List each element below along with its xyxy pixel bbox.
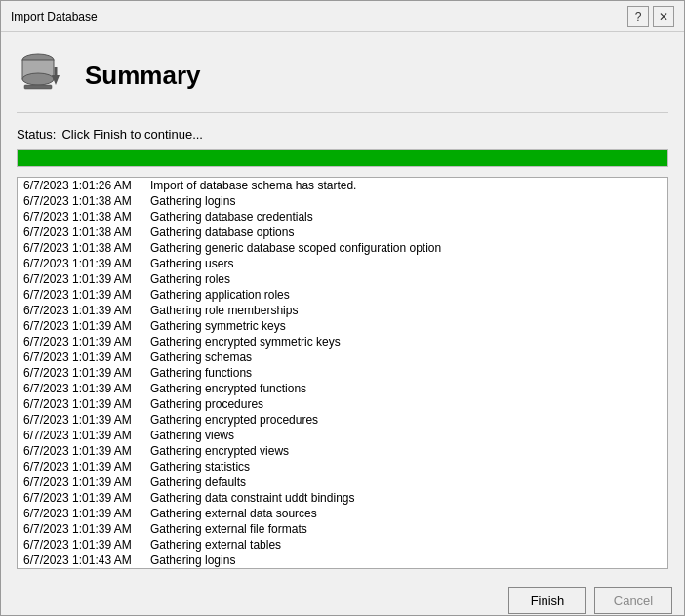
- dialog-content: Summary Status: Click Finish to continue…: [1, 32, 684, 577]
- log-message: Gathering logins: [144, 193, 667, 209]
- log-row: 6/7/2023 1:01:39 AMGathering encrypted p…: [18, 412, 667, 428]
- log-timestamp: 6/7/2023 1:01:39 AM: [18, 506, 144, 521]
- log-timestamp: 6/7/2023 1:01:39 AM: [18, 334, 144, 349]
- log-message: Gathering encrypted functions: [144, 381, 667, 396]
- log-message: Gathering statistics: [144, 459, 667, 474]
- cancel-button[interactable]: Cancel: [594, 587, 672, 614]
- log-table: 6/7/2023 1:01:26 AMImport of database sc…: [18, 178, 667, 568]
- log-message: Gathering external data sources: [144, 506, 667, 521]
- import-database-dialog: Import Database ? ✕: [0, 0, 685, 616]
- log-timestamp: 6/7/2023 1:01:39 AM: [18, 365, 144, 381]
- log-message: Gathering defaults: [144, 474, 667, 490]
- log-row: 6/7/2023 1:01:39 AMGathering functions: [18, 365, 667, 381]
- log-message: Gathering generic database scoped config…: [144, 240, 667, 256]
- help-button[interactable]: ?: [627, 6, 649, 27]
- log-message: Gathering logins: [144, 553, 667, 568]
- log-row: 6/7/2023 1:01:39 AMGathering users: [18, 256, 667, 271]
- status-label: Status:: [17, 127, 56, 142]
- page-title: Summary: [85, 61, 201, 91]
- log-container[interactable]: 6/7/2023 1:01:26 AMImport of database sc…: [17, 177, 668, 569]
- log-message: Import of database schema has started.: [144, 178, 667, 193]
- log-timestamp: 6/7/2023 1:01:39 AM: [18, 349, 144, 365]
- log-row: 6/7/2023 1:01:39 AMGathering schemas: [18, 349, 667, 365]
- status-text: Click Finish to continue...: [61, 127, 203, 142]
- header-icon: [17, 48, 71, 103]
- log-row: 6/7/2023 1:01:39 AMGathering encrypted v…: [18, 443, 667, 459]
- log-row: 6/7/2023 1:01:39 AMGathering data constr…: [18, 490, 667, 506]
- log-message: Gathering views: [144, 428, 667, 443]
- log-message: Gathering functions: [144, 365, 667, 381]
- log-row: 6/7/2023 1:01:39 AMGathering statistics: [18, 459, 667, 474]
- log-message: Gathering procedures: [144, 396, 667, 412]
- status-bar: Status: Click Finish to continue...: [17, 127, 668, 142]
- progress-bar-fill: [18, 150, 667, 166]
- log-row: 6/7/2023 1:01:39 AMGathering procedures: [18, 396, 667, 412]
- close-button[interactable]: ✕: [653, 6, 674, 27]
- log-row: 6/7/2023 1:01:39 AMGathering defaults: [18, 474, 667, 490]
- log-row: 6/7/2023 1:01:39 AMGathering external ta…: [18, 537, 667, 553]
- log-timestamp: 6/7/2023 1:01:39 AM: [18, 381, 144, 396]
- log-timestamp: 6/7/2023 1:01:38 AM: [18, 193, 144, 209]
- log-timestamp: 6/7/2023 1:01:39 AM: [18, 396, 144, 412]
- log-row: 6/7/2023 1:01:39 AMGathering encrypted f…: [18, 381, 667, 396]
- log-row: 6/7/2023 1:01:38 AMGathering database op…: [18, 225, 667, 240]
- log-timestamp: 6/7/2023 1:01:39 AM: [18, 256, 144, 271]
- log-row: 6/7/2023 1:01:43 AMGathering logins: [18, 553, 667, 568]
- log-row: 6/7/2023 1:01:39 AMGathering application…: [18, 287, 667, 303]
- svg-rect-5: [24, 85, 52, 89]
- log-message: Gathering schemas: [144, 349, 667, 365]
- footer: Finish Cancel: [1, 577, 684, 616]
- log-row: 6/7/2023 1:01:39 AMGathering symmetric k…: [18, 318, 667, 334]
- finish-button[interactable]: Finish: [508, 587, 586, 614]
- log-timestamp: 6/7/2023 1:01:39 AM: [18, 428, 144, 443]
- log-message: Gathering role memberships: [144, 303, 667, 318]
- log-message: Gathering application roles: [144, 287, 667, 303]
- log-timestamp: 6/7/2023 1:01:26 AM: [18, 178, 144, 193]
- log-row: 6/7/2023 1:01:39 AMGathering encrypted s…: [18, 334, 667, 349]
- log-message: Gathering external tables: [144, 537, 667, 553]
- log-timestamp: 6/7/2023 1:01:39 AM: [18, 474, 144, 490]
- log-row: 6/7/2023 1:01:26 AMImport of database sc…: [18, 178, 667, 193]
- log-timestamp: 6/7/2023 1:01:38 AM: [18, 240, 144, 256]
- log-message: Gathering encrypted views: [144, 443, 667, 459]
- log-message: Gathering database credentials: [144, 209, 667, 225]
- log-timestamp: 6/7/2023 1:01:39 AM: [18, 287, 144, 303]
- log-message: Gathering data constraint uddt bindings: [144, 490, 667, 506]
- log-message: Gathering symmetric keys: [144, 318, 667, 334]
- log-message: Gathering database options: [144, 225, 667, 240]
- log-message: Gathering users: [144, 256, 667, 271]
- header-section: Summary: [17, 48, 668, 113]
- log-timestamp: 6/7/2023 1:01:39 AM: [18, 443, 144, 459]
- log-timestamp: 6/7/2023 1:01:39 AM: [18, 318, 144, 334]
- log-message: Gathering roles: [144, 271, 667, 287]
- log-message: Gathering external file formats: [144, 521, 667, 537]
- log-row: 6/7/2023 1:01:39 AMGathering roles: [18, 271, 667, 287]
- log-row: 6/7/2023 1:01:39 AMGathering role member…: [18, 303, 667, 318]
- log-timestamp: 6/7/2023 1:01:39 AM: [18, 459, 144, 474]
- dialog-title: Import Database: [11, 10, 98, 23]
- log-timestamp: 6/7/2023 1:01:39 AM: [18, 412, 144, 428]
- log-timestamp: 6/7/2023 1:01:39 AM: [18, 303, 144, 318]
- log-row: 6/7/2023 1:01:38 AMGathering logins: [18, 193, 667, 209]
- log-message: Gathering encrypted procedures: [144, 412, 667, 428]
- log-timestamp: 6/7/2023 1:01:39 AM: [18, 271, 144, 287]
- title-bar-buttons: ? ✕: [627, 6, 674, 27]
- title-bar: Import Database ? ✕: [1, 1, 684, 32]
- log-row: 6/7/2023 1:01:39 AMGathering views: [18, 428, 667, 443]
- log-row: 6/7/2023 1:01:38 AMGathering database cr…: [18, 209, 667, 225]
- log-timestamp: 6/7/2023 1:01:38 AM: [18, 225, 144, 240]
- log-timestamp: 6/7/2023 1:01:39 AM: [18, 537, 144, 553]
- log-timestamp: 6/7/2023 1:01:43 AM: [18, 553, 144, 568]
- log-timestamp: 6/7/2023 1:01:39 AM: [18, 490, 144, 506]
- log-row: 6/7/2023 1:01:38 AMGathering generic dat…: [18, 240, 667, 256]
- log-row: 6/7/2023 1:01:39 AMGathering external fi…: [18, 521, 667, 537]
- progress-bar-container: [17, 149, 668, 167]
- log-timestamp: 6/7/2023 1:01:38 AM: [18, 209, 144, 225]
- log-timestamp: 6/7/2023 1:01:39 AM: [18, 521, 144, 537]
- log-message: Gathering encrypted symmetric keys: [144, 334, 667, 349]
- log-row: 6/7/2023 1:01:39 AMGathering external da…: [18, 506, 667, 521]
- svg-point-2: [22, 73, 54, 85]
